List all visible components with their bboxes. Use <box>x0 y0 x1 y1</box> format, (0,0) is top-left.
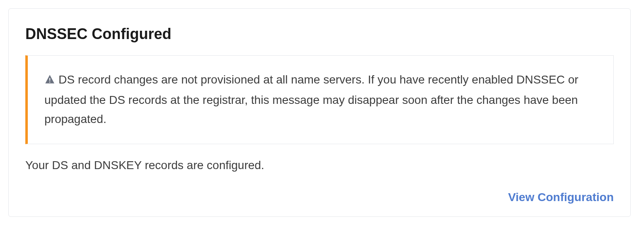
svg-rect-0 <box>49 78 50 81</box>
warning-icon <box>44 71 55 91</box>
card-description: Your DS and DNSKEY records are configure… <box>25 159 614 172</box>
card-actions: View Configuration <box>25 191 614 204</box>
svg-rect-1 <box>49 81 50 82</box>
alert-content: DS record changes are not provisioned at… <box>44 70 597 129</box>
view-configuration-link[interactable]: View Configuration <box>508 191 614 204</box>
alert-message: DS record changes are not provisioned at… <box>44 73 578 125</box>
dnssec-card: DNSSEC Configured DS record changes are … <box>8 8 631 217</box>
warning-alert: DS record changes are not provisioned at… <box>25 55 614 144</box>
card-title: DNSSEC Configured <box>25 25 614 43</box>
